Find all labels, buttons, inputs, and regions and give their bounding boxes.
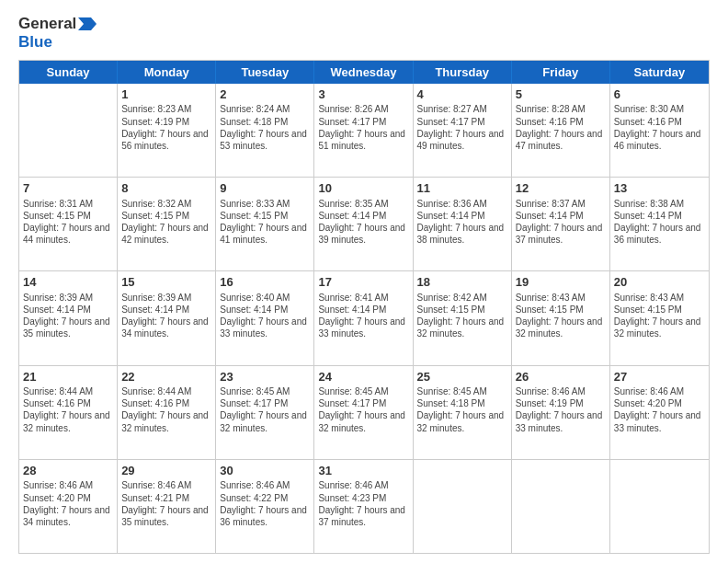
day-info: Sunrise: 8:32 AM Sunset: 4:15 PM Dayligh… — [121, 198, 211, 247]
logo-container: General Blue — [18, 15, 97, 52]
day-info: Sunrise: 8:44 AM Sunset: 4:16 PM Dayligh… — [121, 385, 211, 434]
day-info: Sunrise: 8:42 AM Sunset: 4:15 PM Dayligh… — [417, 292, 507, 340]
day-number: 1 — [121, 86, 211, 103]
header-wednesday: Wednesday — [314, 61, 413, 84]
cal-cell: 23Sunrise: 8:45 AM Sunset: 4:17 PM Dayli… — [216, 366, 314, 459]
day-info: Sunrise: 8:46 AM Sunset: 4:20 PM Dayligh… — [614, 385, 705, 434]
day-info: Sunrise: 8:37 AM Sunset: 4:14 PM Dayligh… — [516, 198, 606, 247]
day-info: Sunrise: 8:43 AM Sunset: 4:15 PM Dayligh… — [614, 292, 705, 340]
cal-cell: 3Sunrise: 8:26 AM Sunset: 4:17 PM Daylig… — [314, 84, 413, 177]
cal-cell: 17Sunrise: 8:41 AM Sunset: 4:14 PM Dayli… — [314, 271, 413, 364]
cal-cell: 22Sunrise: 8:44 AM Sunset: 4:16 PM Dayli… — [118, 366, 216, 459]
day-info: Sunrise: 8:46 AM Sunset: 4:23 PM Dayligh… — [318, 479, 408, 528]
logo-arrow-icon — [78, 17, 97, 30]
day-number: 17 — [318, 274, 408, 291]
day-number: 12 — [516, 180, 606, 197]
day-info: Sunrise: 8:38 AM Sunset: 4:14 PM Dayligh… — [614, 198, 705, 247]
day-info: Sunrise: 8:45 AM Sunset: 4:18 PM Dayligh… — [417, 385, 507, 434]
day-number: 19 — [516, 274, 606, 291]
header-monday: Monday — [118, 61, 216, 84]
day-info: Sunrise: 8:46 AM Sunset: 4:22 PM Dayligh… — [220, 479, 310, 528]
day-info: Sunrise: 8:45 AM Sunset: 4:17 PM Dayligh… — [318, 385, 408, 434]
cal-cell: 8Sunrise: 8:32 AM Sunset: 4:15 PM Daylig… — [118, 178, 216, 270]
week-row-3: 14Sunrise: 8:39 AM Sunset: 4:14 PM Dayli… — [19, 271, 709, 365]
header: General Blue — [18, 15, 710, 52]
cal-cell: 18Sunrise: 8:42 AM Sunset: 4:15 PM Dayli… — [414, 271, 512, 364]
header-sunday: Sunday — [19, 61, 118, 84]
day-number: 6 — [614, 86, 705, 103]
day-info: Sunrise: 8:23 AM Sunset: 4:19 PM Dayligh… — [121, 103, 211, 152]
day-info: Sunrise: 8:46 AM Sunset: 4:21 PM Dayligh… — [121, 479, 211, 528]
day-info: Sunrise: 8:36 AM Sunset: 4:14 PM Dayligh… — [417, 198, 507, 247]
day-number: 30 — [220, 463, 310, 479]
day-number: 27 — [614, 369, 705, 385]
week-row-4: 21Sunrise: 8:44 AM Sunset: 4:16 PM Dayli… — [19, 366, 709, 460]
header-saturday: Saturday — [610, 61, 709, 84]
day-info: Sunrise: 8:28 AM Sunset: 4:16 PM Dayligh… — [516, 103, 606, 152]
cal-cell: 4Sunrise: 8:27 AM Sunset: 4:17 PM Daylig… — [414, 84, 512, 177]
week-row-2: 7Sunrise: 8:31 AM Sunset: 4:15 PM Daylig… — [19, 178, 709, 271]
cal-cell: 12Sunrise: 8:37 AM Sunset: 4:14 PM Dayli… — [512, 178, 610, 270]
day-number: 31 — [318, 463, 408, 479]
day-number: 4 — [417, 86, 507, 103]
cal-cell: 28Sunrise: 8:46 AM Sunset: 4:20 PM Dayli… — [19, 460, 118, 553]
cal-cell: 1Sunrise: 8:23 AM Sunset: 4:19 PM Daylig… — [118, 84, 216, 177]
header-tuesday: Tuesday — [216, 61, 314, 84]
cal-cell: 10Sunrise: 8:35 AM Sunset: 4:14 PM Dayli… — [314, 178, 413, 270]
day-number: 7 — [23, 180, 113, 197]
cal-cell — [512, 460, 610, 553]
calendar-body: 1Sunrise: 8:23 AM Sunset: 4:19 PM Daylig… — [19, 84, 709, 553]
calendar: SundayMondayTuesdayWednesdayThursdayFrid… — [18, 60, 710, 554]
week-row-1: 1Sunrise: 8:23 AM Sunset: 4:19 PM Daylig… — [19, 84, 709, 178]
day-info: Sunrise: 8:43 AM Sunset: 4:15 PM Dayligh… — [516, 292, 606, 340]
day-number: 8 — [121, 180, 211, 197]
cal-cell: 7Sunrise: 8:31 AM Sunset: 4:15 PM Daylig… — [19, 178, 118, 270]
cal-cell: 29Sunrise: 8:46 AM Sunset: 4:21 PM Dayli… — [118, 460, 216, 553]
cal-cell: 9Sunrise: 8:33 AM Sunset: 4:15 PM Daylig… — [216, 178, 314, 270]
cal-cell: 11Sunrise: 8:36 AM Sunset: 4:14 PM Dayli… — [414, 178, 512, 270]
day-number: 29 — [121, 463, 211, 479]
week-row-5: 28Sunrise: 8:46 AM Sunset: 4:20 PM Dayli… — [19, 460, 709, 553]
cal-cell: 20Sunrise: 8:43 AM Sunset: 4:15 PM Dayli… — [610, 271, 709, 364]
cal-cell: 24Sunrise: 8:45 AM Sunset: 4:17 PM Dayli… — [314, 366, 413, 459]
cal-cell: 5Sunrise: 8:28 AM Sunset: 4:16 PM Daylig… — [512, 84, 610, 177]
cal-cell: 25Sunrise: 8:45 AM Sunset: 4:18 PM Dayli… — [414, 366, 512, 459]
day-number: 20 — [614, 274, 705, 291]
day-number: 22 — [121, 369, 211, 385]
day-number: 26 — [516, 369, 606, 385]
cal-cell: 19Sunrise: 8:43 AM Sunset: 4:15 PM Dayli… — [512, 271, 610, 364]
day-info: Sunrise: 8:33 AM Sunset: 4:15 PM Dayligh… — [220, 198, 310, 247]
logo: General Blue — [18, 15, 97, 52]
day-number: 14 — [23, 274, 113, 291]
day-number: 25 — [417, 369, 507, 385]
day-number: 28 — [23, 463, 113, 479]
logo-blue-text: Blue — [18, 33, 52, 52]
day-info: Sunrise: 8:35 AM Sunset: 4:14 PM Dayligh… — [318, 198, 408, 247]
day-number: 9 — [220, 180, 310, 197]
cal-cell: 27Sunrise: 8:46 AM Sunset: 4:20 PM Dayli… — [610, 366, 709, 459]
day-info: Sunrise: 8:30 AM Sunset: 4:16 PM Dayligh… — [614, 103, 705, 152]
cal-cell — [414, 460, 512, 553]
cal-cell: 13Sunrise: 8:38 AM Sunset: 4:14 PM Dayli… — [610, 178, 709, 270]
day-info: Sunrise: 8:41 AM Sunset: 4:14 PM Dayligh… — [318, 292, 408, 340]
day-number: 11 — [417, 180, 507, 197]
day-info: Sunrise: 8:46 AM Sunset: 4:19 PM Dayligh… — [516, 385, 606, 434]
cal-cell: 30Sunrise: 8:46 AM Sunset: 4:22 PM Dayli… — [216, 460, 314, 553]
cal-cell — [19, 84, 118, 177]
day-info: Sunrise: 8:45 AM Sunset: 4:17 PM Dayligh… — [220, 385, 310, 434]
cal-cell: 31Sunrise: 8:46 AM Sunset: 4:23 PM Dayli… — [314, 460, 413, 553]
day-number: 10 — [318, 180, 408, 197]
day-number: 16 — [220, 274, 310, 291]
day-number: 13 — [614, 180, 705, 197]
cal-cell: 15Sunrise: 8:39 AM Sunset: 4:14 PM Dayli… — [118, 271, 216, 364]
day-info: Sunrise: 8:44 AM Sunset: 4:16 PM Dayligh… — [23, 385, 113, 434]
cal-cell: 26Sunrise: 8:46 AM Sunset: 4:19 PM Dayli… — [512, 366, 610, 459]
day-number: 5 — [516, 86, 606, 103]
day-info: Sunrise: 8:39 AM Sunset: 4:14 PM Dayligh… — [121, 292, 211, 340]
cal-cell: 14Sunrise: 8:39 AM Sunset: 4:14 PM Dayli… — [19, 271, 118, 364]
day-number: 3 — [318, 86, 408, 103]
cal-cell: 16Sunrise: 8:40 AM Sunset: 4:14 PM Dayli… — [216, 271, 314, 364]
cal-cell: 6Sunrise: 8:30 AM Sunset: 4:16 PM Daylig… — [610, 84, 709, 177]
day-info: Sunrise: 8:46 AM Sunset: 4:20 PM Dayligh… — [23, 479, 113, 528]
header-friday: Friday — [512, 61, 610, 84]
